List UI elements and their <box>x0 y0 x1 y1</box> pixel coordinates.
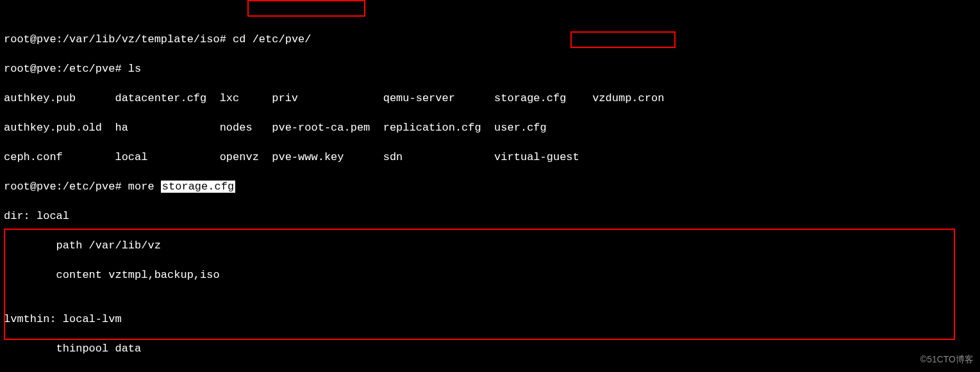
terminal-window[interactable]: root@pve:/var/lib/vz/template/iso# cd /e… <box>0 0 980 372</box>
watermark-label: ©51CTO博客 <box>920 352 974 367</box>
cmd-more: more <box>128 181 161 193</box>
cfg-lvm-header: lvmthin: local-lvm <box>4 312 980 327</box>
cfg-dir-path: path /var/lib/vz <box>4 238 980 253</box>
prompt-line-3: root@pve:/etc/pve# more storage.cfg <box>4 179 980 194</box>
highlight-box-cd-cmd <box>247 0 365 17</box>
cfg-dir-content: content vztmpl,backup,iso <box>4 268 980 282</box>
prompt-2: root@pve:/etc/pve# <box>4 63 128 75</box>
prompt-3: root@pve:/etc/pve# <box>4 181 128 193</box>
cmd-ls: ls <box>128 63 141 75</box>
prompt-line-1: root@pve:/var/lib/vz/template/iso# cd /e… <box>4 32 980 47</box>
cmd-more-arg-highlight: storage.cfg <box>161 181 235 193</box>
prompt-1: root@pve:/var/lib/vz/template/iso# <box>4 33 233 45</box>
cfg-lvm-thinpool: thinpool data <box>4 341 980 356</box>
ls-output-row-3: ceph.conf local openvz pve-www.key sdn v… <box>4 150 980 165</box>
cmd-cd: cd /etc/pve/ <box>233 33 311 45</box>
prompt-line-2: root@pve:/etc/pve# ls <box>4 61 980 76</box>
ls-output-row-1: authkey.pub datacenter.cfg lxc priv qemu… <box>4 91 980 106</box>
ls-output-row-2: authkey.pub.old ha nodes pve-root-ca.pem… <box>4 120 980 135</box>
cfg-dir-header: dir: local <box>4 209 980 223</box>
